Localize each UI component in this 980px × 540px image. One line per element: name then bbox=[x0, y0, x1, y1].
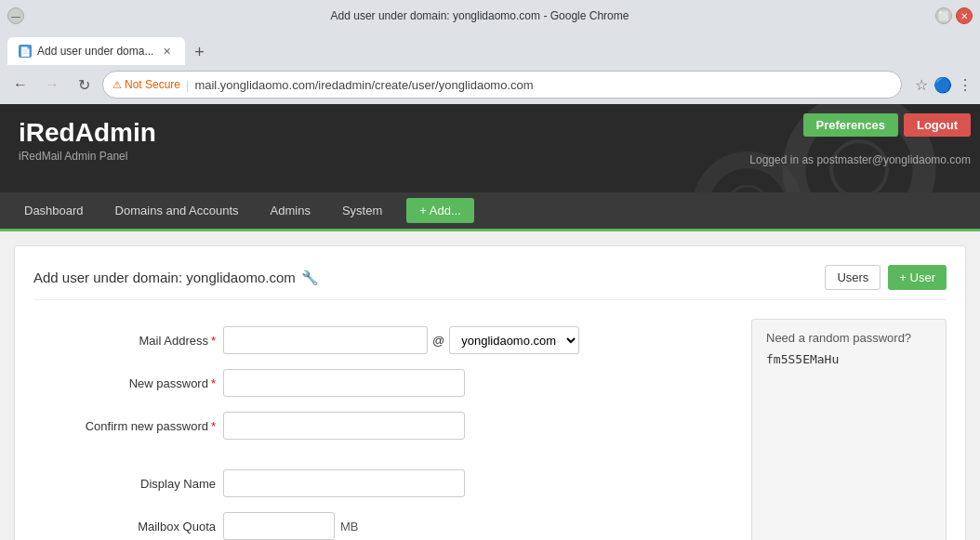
required-mark3: * bbox=[211, 419, 216, 433]
nav-admins[interactable]: Admins bbox=[256, 194, 325, 227]
extension-icon[interactable]: 🔵 bbox=[934, 76, 952, 94]
display-name-row: Display Name bbox=[33, 462, 733, 505]
confirm-password-label: Confirm new password* bbox=[33, 404, 219, 447]
bookmark-icon[interactable]: ☆ bbox=[915, 76, 928, 94]
panel-title-text: Add user under domain: yonglidaomo.com bbox=[33, 270, 296, 285]
new-password-input[interactable] bbox=[223, 369, 465, 397]
main-content: Add user under domain: yonglidaomo.com 🔧… bbox=[0, 231, 980, 540]
refresh-button[interactable]: ↻ bbox=[71, 72, 97, 98]
at-sign: @ bbox=[432, 334, 444, 348]
password-box-title: Need a random password? bbox=[766, 331, 932, 345]
form-table: Mail Address* @ yonglidaomo.com bbox=[33, 319, 733, 540]
panel-header: Add user under domain: yonglidaomo.com 🔧… bbox=[33, 265, 947, 300]
tab-bar: 📄 Add user under doma... ✕ + bbox=[0, 32, 980, 65]
mailbox-quota-row: Mailbox Quota MB bbox=[33, 505, 733, 540]
users-button[interactable]: Users bbox=[825, 265, 881, 290]
mail-address-row: Mail Address* @ yonglidaomo.com bbox=[33, 319, 733, 362]
mailbox-quota-label: Mailbox Quota bbox=[33, 505, 219, 540]
new-tab-button[interactable]: + bbox=[185, 39, 213, 65]
new-password-row: New password* bbox=[33, 362, 733, 404]
confirm-password-row: Confirm new password* bbox=[33, 404, 733, 447]
panel-actions: Users + User bbox=[825, 265, 947, 290]
warning-icon: ⚠ bbox=[113, 79, 122, 91]
back-button[interactable]: ← bbox=[7, 72, 33, 98]
display-name-label: Display Name bbox=[33, 462, 219, 505]
menu-icon[interactable]: ⋮ bbox=[958, 76, 973, 94]
confirm-password-input[interactable] bbox=[223, 412, 465, 440]
mailbox-quota-input[interactable] bbox=[223, 512, 335, 540]
nav-add-button[interactable]: + Add... bbox=[406, 198, 473, 223]
mail-address-cell: @ yonglidaomo.com bbox=[219, 319, 733, 362]
forward-button[interactable]: → bbox=[39, 72, 65, 98]
mail-address-group: @ yonglidaomo.com bbox=[223, 326, 729, 354]
mb-label: MB bbox=[340, 520, 359, 533]
tab-title: Add user under doma... bbox=[37, 45, 153, 58]
app-header: Preferences Logout iRedAdmin iRedMail Ad… bbox=[0, 104, 980, 192]
password-suggestion-box: Need a random password? fm5S5EMaHu bbox=[751, 319, 947, 540]
mail-address-label: Mail Address* bbox=[33, 319, 219, 362]
add-user-button[interactable]: + User bbox=[888, 265, 947, 290]
new-password-cell bbox=[219, 362, 733, 404]
tab-close-button[interactable]: ✕ bbox=[159, 44, 174, 59]
nav-dashboard[interactable]: Dashboard bbox=[9, 194, 99, 227]
win-restore-button[interactable]: ⬜ bbox=[935, 7, 952, 24]
confirm-password-cell bbox=[219, 404, 733, 447]
panel-title-emoji: 🔧 bbox=[301, 270, 319, 286]
nav-bar: Dashboard Domains and Accounts Admins Sy… bbox=[0, 192, 980, 231]
required-mark: * bbox=[211, 334, 216, 348]
address-icons: ☆ 🔵 ⋮ bbox=[915, 76, 973, 94]
security-indicator: ⚠ Not Secure bbox=[113, 78, 180, 91]
quota-group: MB bbox=[223, 512, 729, 540]
address-bar[interactable]: ⚠ Not Secure | mail.yonglidaomo.com/ired… bbox=[102, 71, 902, 99]
mail-address-input[interactable] bbox=[223, 326, 428, 354]
display-name-input[interactable] bbox=[223, 469, 465, 497]
required-mark2: * bbox=[211, 376, 216, 390]
not-secure-label: Not Secure bbox=[125, 78, 180, 91]
display-name-cell bbox=[219, 462, 733, 505]
nav-domains[interactable]: Domains and Accounts bbox=[100, 194, 254, 227]
spacer-row bbox=[33, 447, 733, 462]
panel-title: Add user under domain: yonglidaomo.com 🔧 bbox=[33, 270, 319, 286]
url-display: mail.yonglidaomo.com/iredadmin/create/us… bbox=[194, 78, 892, 92]
logged-in-text: Logged in as postmaster@yonglidaomo.com bbox=[749, 153, 971, 166]
win-minimize-button[interactable]: — bbox=[7, 7, 24, 24]
new-password-label: New password* bbox=[33, 362, 219, 404]
form-area: Mail Address* @ yonglidaomo.com bbox=[33, 319, 947, 540]
browser-title: Add user under domain: yonglidaomo.com -… bbox=[24, 9, 935, 22]
mailbox-quota-cell: MB bbox=[219, 505, 733, 540]
preferences-button[interactable]: Preferences bbox=[803, 113, 898, 137]
url-separator: | bbox=[186, 78, 189, 92]
main-panel: Add user under domain: yonglidaomo.com 🔧… bbox=[14, 245, 966, 540]
nav-system[interactable]: System bbox=[327, 194, 397, 227]
win-close-button[interactable]: ✕ bbox=[956, 7, 973, 24]
logout-button[interactable]: Logout bbox=[904, 113, 971, 137]
form-fields: Mail Address* @ yonglidaomo.com bbox=[33, 319, 733, 540]
title-bar: — Add user under domain: yonglidaomo.com… bbox=[0, 0, 980, 32]
domain-select[interactable]: yonglidaomo.com bbox=[449, 326, 579, 354]
browser-tab[interactable]: 📄 Add user under doma... ✕ bbox=[7, 37, 185, 65]
svg-point-3 bbox=[727, 186, 768, 192]
tab-favicon-icon: 📄 bbox=[19, 45, 32, 58]
header-buttons: Preferences Logout bbox=[803, 113, 972, 137]
omnibar: ← → ↻ ⚠ Not Secure | mail.yonglidaomo.co… bbox=[0, 65, 980, 104]
random-password: fm5S5EMaHu bbox=[766, 352, 932, 366]
